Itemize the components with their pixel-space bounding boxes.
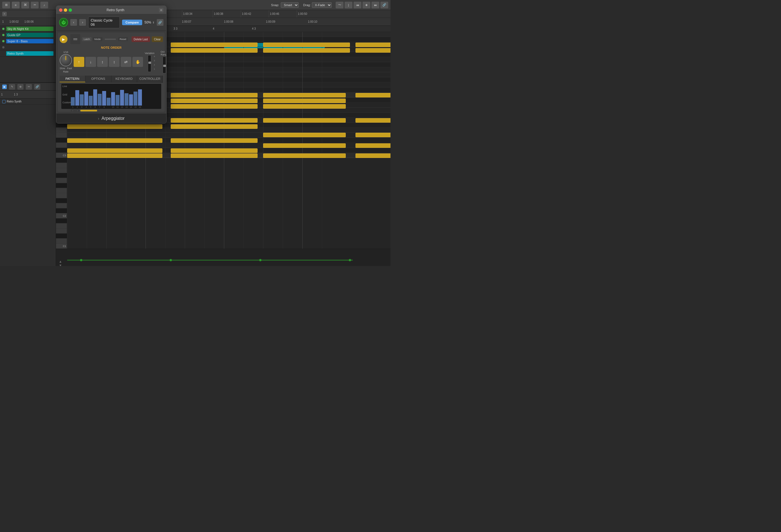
key-as1[interactable] (56, 223, 67, 229)
key-e3[interactable] (56, 133, 67, 138)
key-g1[interactable] (56, 239, 67, 244)
custom-prev-btn[interactable]: ‹ (71, 109, 75, 112)
custom-next-btn[interactable]: › (75, 109, 79, 112)
clear-button[interactable]: Clear (152, 36, 163, 42)
grid-icon[interactable]: ⊞ (2, 2, 10, 8)
arp-play-button[interactable]: ▶ (59, 35, 68, 43)
snap-select[interactable]: Smart (281, 2, 299, 8)
key-ds2[interactable] (56, 198, 67, 203)
list-icon[interactable]: ≡ (12, 2, 19, 8)
pr-tool-link[interactable]: 🔗 (34, 84, 40, 90)
plugin-expand-icon[interactable]: ⊞ (159, 8, 163, 12)
key-f2[interactable] (56, 188, 67, 193)
key-d3[interactable] (56, 143, 67, 148)
preset-selector[interactable]: Classic Cycle 06 (88, 16, 120, 28)
bar-3[interactable] (80, 94, 84, 106)
scroll-down-icon[interactable]: ▼ (59, 263, 62, 266)
bar-2[interactable] (75, 90, 79, 106)
bar-9[interactable] (107, 98, 111, 106)
arp-loop-icon[interactable] (70, 34, 80, 44)
mode-button[interactable]: Mode (93, 37, 102, 41)
bar-12[interactable] (120, 90, 124, 106)
delete-last-button[interactable]: Delete Last (131, 36, 150, 42)
percent-stepper[interactable]: ⬆ (152, 21, 155, 24)
meter-icon[interactable]: ◈ (363, 2, 370, 8)
scissors-icon[interactable]: ✂ (31, 2, 39, 8)
pr-tool-select[interactable]: ⊕ (17, 84, 24, 90)
arp-icon[interactable]: ♪ (40, 2, 48, 8)
bar-7[interactable] (98, 94, 101, 106)
latch-button[interactable]: Latch (82, 37, 91, 41)
key-c1[interactable]: C1 (56, 244, 67, 249)
pr-mode-icon[interactable]: ▶ (2, 85, 7, 89)
add-track-icon[interactable]: + (2, 12, 7, 16)
bar-14[interactable] (129, 94, 133, 106)
key-cs2[interactable] (56, 208, 67, 213)
key-a1[interactable] (56, 229, 67, 234)
key-ds3[interactable] (56, 138, 67, 143)
key-a2[interactable] (56, 168, 67, 173)
preset-prev-button[interactable]: ‹ (70, 19, 77, 26)
maximize-button[interactable] (69, 8, 72, 12)
bar-10[interactable] (111, 92, 115, 106)
variation-slider[interactable]: 4 3 2 1 (148, 55, 151, 72)
bar-15[interactable] (133, 91, 137, 106)
bar-5[interactable] (89, 96, 93, 106)
bar-8[interactable] (102, 91, 106, 106)
key-gs2[interactable] (56, 173, 67, 178)
pr-tool-pencil[interactable]: ✎ (9, 84, 15, 90)
key-cs3[interactable] (56, 148, 67, 153)
note-order-chord-button[interactable]: ✋ (132, 57, 143, 67)
rewind-icon[interactable]: ⏮ (354, 2, 361, 8)
key-b1[interactable] (56, 218, 67, 223)
drag-select[interactable]: X-Fade (312, 2, 332, 8)
rate-knob[interactable] (59, 54, 72, 66)
note-order-down-button[interactable]: ↓ (85, 57, 96, 67)
close-button[interactable] (59, 8, 63, 12)
bar-16[interactable] (138, 89, 142, 106)
key-as2[interactable] (56, 163, 67, 168)
marker-icon[interactable]: | (344, 2, 353, 8)
key-g2[interactable] (56, 178, 67, 183)
note-order-up-button[interactable]: ↑ (74, 57, 84, 67)
link2-icon[interactable]: 🔗 (380, 2, 388, 8)
custom-bar[interactable] (80, 110, 97, 112)
track-retro-synth[interactable]: Retro Synth (0, 50, 56, 56)
tab-controller[interactable]: CONTROLLER (137, 76, 163, 82)
key-c2[interactable]: C2 (56, 213, 67, 218)
key-gs1[interactable] (56, 234, 67, 239)
bar-4[interactable] (84, 91, 88, 106)
skip-icon[interactable]: ⏭ (371, 2, 379, 8)
compare-button[interactable]: Compare (122, 19, 142, 25)
node-icon[interactable]: ⌘ (21, 2, 29, 8)
bar-1[interactable] (71, 97, 75, 106)
bar-13[interactable] (125, 93, 128, 106)
track-guide-ep[interactable]: Guide EP (0, 32, 56, 38)
preset-next-button[interactable]: › (79, 19, 86, 26)
oct-range-slider[interactable] (163, 56, 166, 73)
track-sky-at-night[interactable]: Sky At Night Kit (0, 26, 56, 32)
arp-arrow-icon[interactable]: › (98, 116, 99, 121)
power-button[interactable]: ⏻ (59, 18, 68, 27)
track-super8-bass[interactable]: Super 8 - Bass (0, 38, 56, 44)
bar-6[interactable] (93, 89, 97, 106)
note-order-downup-button[interactable]: ↕ (109, 57, 120, 67)
scroll-up-icon[interactable]: ▲ (59, 259, 62, 263)
key-c3[interactable]: C3 (56, 153, 67, 158)
tab-keyboard[interactable]: KEYBOARD (112, 76, 137, 82)
key-f3[interactable] (56, 128, 67, 133)
tab-pattern[interactable]: PATTERN (59, 76, 85, 82)
bar-11[interactable] (116, 95, 120, 106)
tab-options[interactable]: OPTIONS (85, 76, 111, 82)
link-button[interactable]: 🔗 (157, 19, 163, 26)
waveform-icon[interactable]: 〜 (336, 2, 343, 8)
key-b2[interactable] (56, 158, 67, 163)
key-e2[interactable] (56, 193, 67, 198)
note-order-updown-button[interactable]: ↕ (97, 57, 108, 67)
key-fs2[interactable] (56, 183, 67, 188)
minimize-button[interactable] (64, 8, 67, 12)
key-d2[interactable] (56, 203, 67, 208)
mode-slider[interactable] (105, 39, 116, 40)
note-order-random-button[interactable]: ⇄ (121, 57, 131, 67)
pr-tool-scissors[interactable]: ✂ (26, 84, 32, 90)
